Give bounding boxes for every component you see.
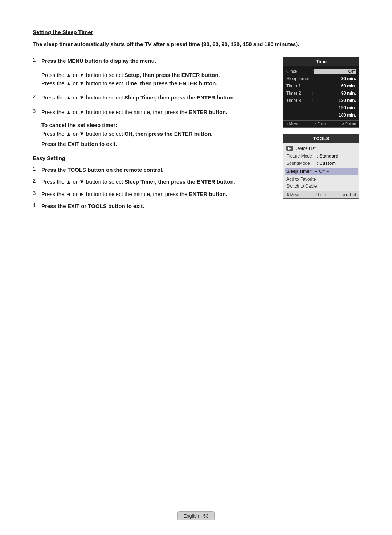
tools-picture-value: Standard bbox=[319, 154, 338, 159]
time-menu-row-sleep: Sleep Timer : 30 min. bbox=[286, 75, 356, 82]
tools-footer-move: ⇕ Move bbox=[286, 193, 299, 197]
easy-step-4-num: 4 bbox=[33, 202, 41, 208]
time-menu-row-timer3: Timer 3 : 120 min. bbox=[286, 97, 356, 104]
sleep-timer-value: Off bbox=[319, 169, 325, 174]
cancel-title: To cancel the set sleep timer: bbox=[41, 122, 272, 128]
easy-step-2-num: 2 bbox=[33, 177, 41, 184]
step-3: 3 Press the ▲ or ▼ button to select the … bbox=[33, 108, 272, 116]
step-1: 1 Press the MENU button to display the m… bbox=[33, 57, 272, 65]
time-menu-header: Time bbox=[283, 57, 359, 66]
section-title: Setting the Sleep Timer bbox=[33, 29, 359, 35]
cancel-block: To cancel the set sleep timer: Press the… bbox=[33, 122, 272, 138]
sleep-timer-row-label: Sleep Timer bbox=[286, 169, 313, 174]
time-footer-return: ↺ Return bbox=[341, 122, 356, 126]
time-menu-row-180: 180 min. bbox=[286, 111, 356, 119]
tools-sound-value: Custom bbox=[319, 161, 336, 166]
time-menu-row-timer1: Timer 1 : 60 min. bbox=[286, 82, 356, 90]
main-layout: 1 Press the MENU button to display the m… bbox=[33, 57, 359, 214]
time-row-clock-label: Clock bbox=[286, 69, 310, 74]
easy-step-2-content: Press the ▲ or ▼ button to select Sleep … bbox=[41, 177, 235, 186]
tools-row-switch-cable: Switch to Cable bbox=[286, 183, 356, 189]
easy-setting-title: Easy Setting bbox=[33, 155, 272, 161]
step-3-content: Press the ▲ or ▼ button to select the mi… bbox=[41, 108, 272, 116]
time-row-sleep-label: Sleep Timer bbox=[286, 76, 310, 81]
tools-row-add-favorite: Add to Favorite bbox=[286, 176, 356, 183]
tools-menu-header: TOOLS bbox=[283, 134, 359, 143]
tools-sound-label: SoundMode bbox=[286, 161, 315, 166]
time-row-timer1-label: Timer 1 bbox=[286, 83, 310, 89]
time-menu-body: Clock : Off Sleep Timer : 30 min. Timer … bbox=[283, 66, 359, 120]
page-footer: English - 53 bbox=[0, 511, 392, 520]
tools-footer-exit: ◄► Exit bbox=[342, 193, 356, 197]
step-2: 2 Press the ▲ or ▼ button to select Slee… bbox=[33, 93, 272, 102]
sleep-left-arrow: ◄ bbox=[314, 169, 318, 173]
tools-menu: TOOLS ▶ Device List Picture Mode : Stand… bbox=[283, 134, 359, 199]
time-menu-row-timer2: Timer 2 : 90 min. bbox=[286, 90, 356, 97]
ui-column: Time Clock : Off Sleep Timer : 30 min. T… bbox=[283, 57, 359, 214]
tools-row-picture: Picture Mode : Standard bbox=[286, 152, 356, 160]
time-menu: Time Clock : Off Sleep Timer : 30 min. T… bbox=[283, 57, 359, 128]
time-row-timer3-value: 120 min. bbox=[314, 98, 356, 103]
device-list-label: Device List bbox=[294, 146, 316, 151]
time-menu-row-clock: Clock : Off bbox=[286, 68, 356, 75]
sleep-right-arrow: ► bbox=[326, 169, 330, 173]
tools-picture-label: Picture Mode bbox=[286, 154, 315, 159]
step-2-num: 2 bbox=[33, 93, 41, 99]
tools-menu-body: ▶ Device List Picture Mode : Standard So… bbox=[283, 143, 359, 191]
step-1-sub: Press the ▲ or ▼ button to select Setup,… bbox=[33, 71, 272, 88]
time-row-timer2-label: Timer 2 bbox=[286, 91, 310, 96]
time-row-clock-value: Off bbox=[314, 69, 356, 74]
easy-step-3: 3 Press the ◄ or ► button to select the … bbox=[33, 190, 272, 198]
time-row-180-value: 180 min. bbox=[313, 113, 356, 118]
tools-row-sleep-timer: Sleep Timer ◄ Off ► bbox=[285, 168, 358, 175]
cancel-text: Press the ▲ or ▼ button to select Off, t… bbox=[41, 130, 272, 138]
time-footer-move: ↕ Move bbox=[286, 122, 298, 126]
time-row-sleep-value: 30 min. bbox=[314, 76, 356, 81]
step-2-content: Press the ▲ or ▼ button to select Sleep … bbox=[41, 93, 272, 102]
step-1-content: Press the MENU button to display the men… bbox=[41, 57, 272, 65]
tools-menu-footer: ⇕ Move ↵ Enter ◄► Exit bbox=[283, 191, 359, 198]
time-row-timer1-value: 60 min. bbox=[314, 83, 356, 89]
easy-step-1-content: Press the TOOLS button on the remote con… bbox=[41, 166, 163, 174]
easy-step-3-num: 3 bbox=[33, 190, 41, 196]
step-3-num: 3 bbox=[33, 108, 41, 114]
time-menu-row-150: 150 min. bbox=[286, 104, 356, 111]
easy-step-1-num: 1 bbox=[33, 166, 41, 172]
step-1-num: 1 bbox=[33, 57, 41, 63]
time-row-timer3-label: Timer 3 bbox=[286, 98, 310, 103]
tools-row-sound: SoundMode : Custom bbox=[286, 160, 356, 167]
page-footer-badge: English - 53 bbox=[177, 511, 215, 520]
time-row-150-value: 150 min. bbox=[313, 105, 356, 110]
time-footer-enter: ↵ Enter bbox=[313, 122, 326, 126]
page-content: Setting the Sleep Timer The sleep timer … bbox=[0, 0, 392, 243]
easy-step-4-content: Press the EXIT or TOOLS button to exit. bbox=[41, 202, 144, 210]
device-list-btn: ▶ bbox=[286, 146, 293, 151]
tools-row-device-list: ▶ Device List bbox=[286, 145, 356, 152]
add-favorite-label: Add to Favorite bbox=[286, 177, 316, 182]
easy-step-4: 4 Press the EXIT or TOOLS button to exit… bbox=[33, 202, 272, 210]
easy-step-1: 1 Press the TOOLS button on the remote c… bbox=[33, 166, 272, 174]
easy-step-3-content: Press the ◄ or ► button to select the mi… bbox=[41, 190, 227, 198]
switch-cable-label: Switch to Cable bbox=[286, 184, 317, 189]
tools-footer-enter: ↵ Enter bbox=[314, 193, 327, 197]
exit-text: Press the EXIT button to exit. bbox=[33, 141, 272, 147]
time-menu-footer: ↕ Move ↵ Enter ↺ Return bbox=[283, 120, 359, 127]
text-column: 1 Press the MENU button to display the m… bbox=[33, 57, 272, 214]
time-row-timer2-value: 90 min. bbox=[314, 91, 356, 96]
sleep-timer-arrows: ◄ Off ► bbox=[314, 169, 330, 174]
easy-step-2: 2 Press the ▲ or ▼ button to select Slee… bbox=[33, 177, 272, 186]
intro-text: The sleep timer automatically shuts off … bbox=[33, 40, 359, 49]
